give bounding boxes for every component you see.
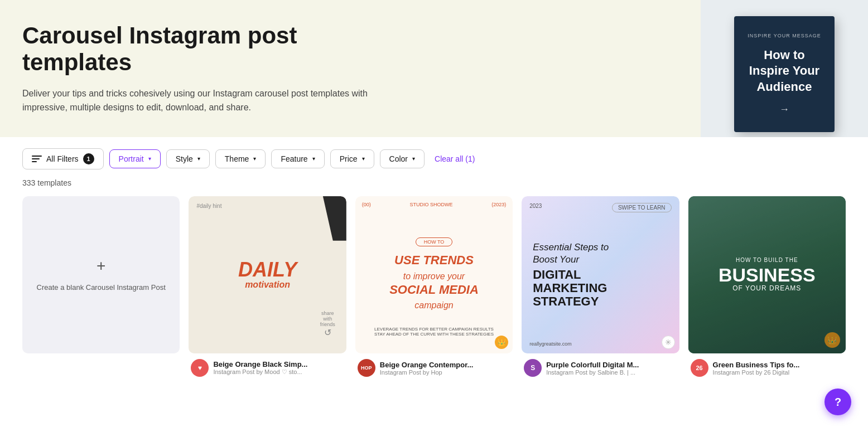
asterisk-icon: ✳ (662, 336, 675, 349)
filters-bar: All Filters 1 Portrait ▾ Style ▾ Theme ▾… (0, 137, 868, 176)
dark-slash-decoration (313, 196, 346, 241)
main-text-contemporary: USE TRENDSto improve yourSOCIAL MEDIAcam… (389, 253, 479, 312)
price-filter-button[interactable]: Price ▾ (330, 149, 374, 168)
template-image-purple: 2023 SWIPE TO LEARN Essential Steps toBo… (522, 196, 679, 353)
hero-description: Deliver your tips and tricks cohesively … (22, 86, 379, 115)
color-label: Color (389, 154, 408, 163)
beige-tag: #daily hint (196, 203, 221, 209)
share-text: sharewithfriends↺ (320, 310, 335, 338)
blank-card-area[interactable]: + Create a blank Carousel Instagram Post (22, 196, 180, 353)
studio-name: STUDIO SHODWE (409, 202, 452, 207)
avatar-beige-orange: ♥ (191, 359, 209, 377)
template-card-beige-orange[interactable]: #daily hint DAILY motivation sharewithfr… (189, 196, 346, 379)
swipe-label: SWIPE TO LEARN (612, 203, 672, 212)
template-image-beige-orange: #daily hint DAILY motivation sharewithfr… (189, 196, 346, 353)
template-name-contemporary: Beige Orange Contempor... (380, 361, 510, 369)
template-info-green-business: 26 Green Business Tips fo... Instagram P… (688, 353, 846, 379)
top-year: (2023) (491, 202, 506, 207)
style-chevron-icon: ▾ (197, 156, 200, 162)
filters-icon (32, 154, 42, 164)
template-author-green-business: Instagram Post by 26 Digital (713, 369, 843, 376)
all-filters-button[interactable]: All Filters 1 (22, 148, 104, 169)
hero-text: Carousel Instagram post templates Delive… (22, 22, 413, 115)
hero-card-arrow: → (748, 104, 821, 115)
business-content: HOW TO BUILD THE BUSINESS OF YOUR DREAMS (718, 257, 816, 292)
business-how-small: HOW TO BUILD THE (718, 257, 816, 263)
color-filter-button[interactable]: Color ▾ (380, 149, 425, 168)
theme-chevron-icon: ▾ (253, 156, 256, 162)
avatar-purple: S (524, 359, 542, 377)
style-label: Style (176, 154, 193, 163)
theme-filter-button[interactable]: Theme ▾ (215, 149, 266, 168)
meta-contemporary: Beige Orange Contempor... Instagram Post… (380, 361, 510, 376)
template-visual-beige-orange: #daily hint DAILY motivation sharewithfr… (189, 196, 346, 353)
template-count: 333 templates (0, 176, 868, 196)
hero-title: Carousel Instagram post templates (22, 22, 413, 76)
hero-preview-card: INSPIRE YOUR MESSAGE How to Inspire Your… (734, 16, 835, 133)
template-info-beige-orange: ♥ Beige Orange Black Simp... Instagram P… (189, 353, 346, 379)
feature-filter-button[interactable]: Feature ▾ (271, 149, 324, 168)
price-label: Price (340, 154, 358, 163)
top-bar: (00) STUDIO SHODWE (2023) (355, 202, 513, 207)
avatar-contemporary: HOP (358, 359, 375, 377)
purple-year: 2023 (529, 203, 542, 209)
template-info-contemporary: HOP Beige Orange Contempor... Instagram … (355, 353, 513, 379)
feature-chevron-icon: ▾ (312, 156, 315, 162)
blank-template-card[interactable]: + Create a blank Carousel Instagram Post (22, 196, 180, 379)
template-card-green-business[interactable]: HOW TO BUILD THE BUSINESS OF YOUR DREAMS… (688, 196, 846, 379)
template-visual-green-business: HOW TO BUILD THE BUSINESS OF YOUR DREAMS… (688, 196, 846, 353)
meta-green-business: Green Business Tips fo... Instagram Post… (713, 361, 843, 376)
template-name-green-business: Green Business Tips fo... (713, 361, 843, 369)
all-filters-label: All Filters (46, 154, 79, 163)
motivation-text: motivation (245, 280, 290, 290)
feature-label: Feature (281, 154, 307, 163)
clear-all-button[interactable]: Clear all (1) (435, 154, 475, 163)
business-dreams: OF YOUR DREAMS (718, 284, 816, 292)
top-left: (00) (362, 202, 371, 207)
filters-count-badge: 1 (83, 153, 94, 164)
bottom-text-contemporary: LEVERAGE TRENDS FOR BETTER CAMPAIGN RESU… (368, 327, 500, 337)
template-image-contemporary: (00) STUDIO SHODWE (2023) HOW TO USE TRE… (355, 196, 513, 353)
daily-text: DAILY (238, 260, 297, 280)
meta-purple: Purple Colorfull Digital M... Instagram … (546, 361, 677, 376)
template-name-beige-orange: Beige Orange Black Simp... (213, 360, 344, 368)
template-card-purple[interactable]: 2023 SWIPE TO LEARN Essential Steps toBo… (522, 196, 679, 379)
hero-image-area: INSPIRE YOUR MESSAGE How to Inspire Your… (701, 0, 868, 137)
blank-card-label: Create a blank Carousel Instagram Post (37, 283, 166, 293)
template-name-purple: Purple Colorfull Digital M... (546, 361, 677, 369)
hero-section: Carousel Instagram post templates Delive… (0, 0, 868, 137)
portrait-label: Portrait (119, 154, 144, 163)
color-chevron-icon: ▾ (412, 156, 415, 162)
template-visual-purple: 2023 SWIPE TO LEARN Essential Steps toBo… (522, 196, 679, 353)
hero-card-subtitle: INSPIRE YOUR MESSAGE (748, 33, 821, 38)
meta-beige-orange: Beige Orange Black Simp... Instagram Pos… (213, 360, 344, 376)
hero-card-title: How to Inspire Your Audience (748, 47, 821, 95)
theme-label: Theme (225, 154, 249, 163)
site-text: reallygreatsite.com (529, 341, 572, 347)
template-author-beige-orange: Instagram Post by Mood ♡ sto... (213, 368, 344, 376)
template-image-green-business: HOW TO BUILD THE BUSINESS OF YOUR DREAMS… (688, 196, 846, 353)
plus-icon: + (97, 257, 105, 275)
template-author-contemporary: Instagram Post by Hop (380, 369, 510, 376)
essential-text: Essential Steps toBoost Your (533, 241, 609, 266)
style-filter-button[interactable]: Style ▾ (166, 149, 210, 168)
template-grid: + Create a blank Carousel Instagram Post… (0, 196, 868, 401)
business-big-text: BUSINESS (718, 265, 816, 284)
template-author-purple: Instagram Post by Salbine B. | ... (546, 369, 677, 376)
template-info-purple: S Purple Colorfull Digital M... Instagra… (522, 353, 679, 379)
digital-text: DIGITALMARKETINGSTRATEGY (533, 268, 607, 309)
portrait-chevron-icon: ▾ (148, 156, 151, 162)
portrait-filter-button[interactable]: Portrait ▾ (109, 149, 161, 168)
how-to-badge: HOW TO (416, 237, 453, 246)
crown-contemporary: 👑 (495, 336, 508, 349)
price-chevron-icon: ▾ (362, 156, 365, 162)
template-card-contemporary[interactable]: (00) STUDIO SHODWE (2023) HOW TO USE TRE… (355, 196, 513, 379)
template-visual-contemporary: (00) STUDIO SHODWE (2023) HOW TO USE TRE… (355, 196, 513, 353)
avatar-green-business: 26 (691, 359, 708, 377)
